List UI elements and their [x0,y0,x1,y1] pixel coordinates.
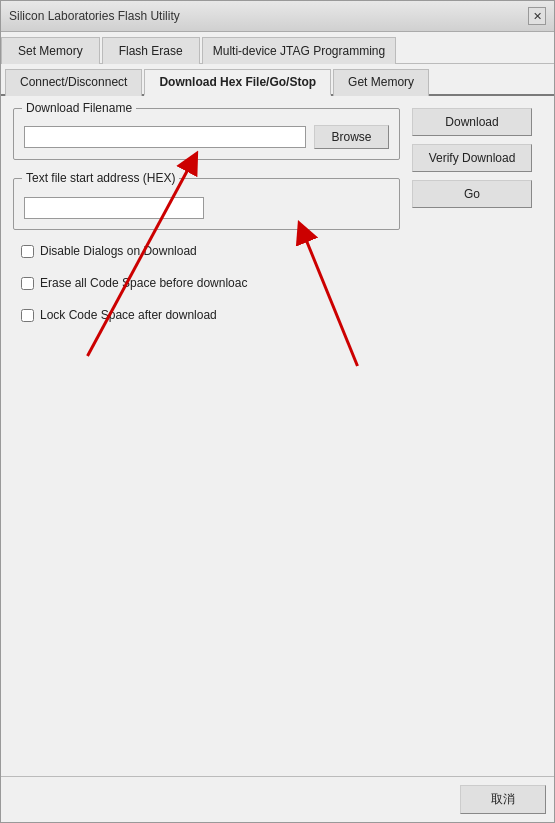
download-button[interactable]: Download [412,108,532,136]
main-tabs: Set Memory Flash Erase Multi-device JTAG… [1,32,554,64]
left-panel: Download Filename Browse Text file start… [13,108,400,764]
tab-flash-erase[interactable]: Flash Erase [102,37,200,64]
subtab-download-hex[interactable]: Download Hex File/Go/Stop [144,69,331,96]
tab-multi-device[interactable]: Multi-device JTAG Programming [202,37,397,64]
right-panel: Download Verify Download Go [412,108,542,764]
cancel-button[interactable]: 取消 [460,785,546,814]
text-file-address-group: Text file start address (HEX) [13,178,400,230]
verify-download-button[interactable]: Verify Download [412,144,532,172]
content-area: Download Filename Browse Text file start… [1,96,554,776]
checkbox-disable-dialogs: Disable Dialogs on Download [13,240,400,262]
filename-input[interactable] [24,126,306,148]
disable-dialogs-checkbox[interactable] [21,245,34,258]
subtab-get-memory[interactable]: Get Memory [333,69,429,96]
text-file-address-label: Text file start address (HEX) [22,171,179,185]
title-bar: Silicon Laboratories Flash Utility ✕ [1,1,554,32]
file-row: Browse [24,125,389,149]
erase-code-checkbox[interactable] [21,277,34,290]
download-filename-group: Download Filename Browse [13,108,400,160]
bottom-bar: 取消 [1,776,554,822]
erase-code-label[interactable]: Erase all Code Space before downloac [40,276,247,290]
checkbox-lock-code: Lock Code Space after download [13,304,400,326]
go-button[interactable]: Go [412,180,532,208]
subtab-connect[interactable]: Connect/Disconnect [5,69,142,96]
window-title: Silicon Laboratories Flash Utility [9,9,180,23]
checkbox-erase-code: Erase all Code Space before downloac [13,272,400,294]
lock-code-checkbox[interactable] [21,309,34,322]
close-button[interactable]: ✕ [528,7,546,25]
lock-code-label[interactable]: Lock Code Space after download [40,308,217,322]
main-window: Silicon Laboratories Flash Utility ✕ Set… [0,0,555,823]
sub-tabs: Connect/Disconnect Download Hex File/Go/… [1,64,554,96]
disable-dialogs-label[interactable]: Disable Dialogs on Download [40,244,197,258]
tab-set-memory[interactable]: Set Memory [1,37,100,64]
browse-button[interactable]: Browse [314,125,389,149]
download-filename-label: Download Filename [22,101,136,115]
address-input[interactable] [24,197,204,219]
